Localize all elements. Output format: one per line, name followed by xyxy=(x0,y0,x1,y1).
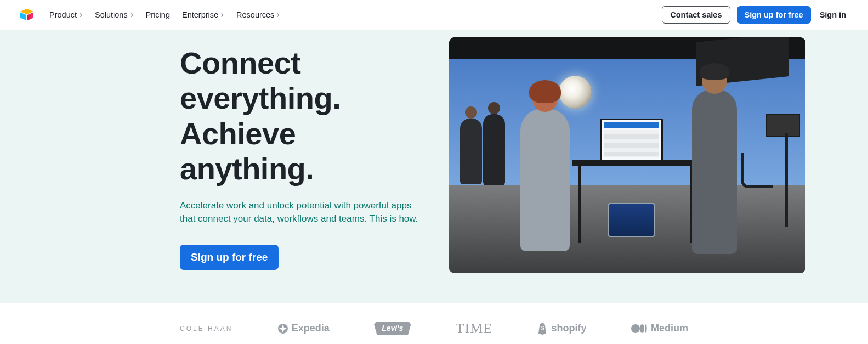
nav-item-label: Resources xyxy=(236,10,274,19)
brand-logo[interactable] xyxy=(20,9,34,21)
hero-image-person-left xyxy=(520,109,570,251)
brand-logo-time: TIME xyxy=(456,320,493,337)
customer-logos-strip: COLE HAAN Expedia Levi's TIME S shopify … xyxy=(0,303,868,337)
contact-sales-button[interactable]: Contact sales xyxy=(662,6,730,24)
chevron-right-icon xyxy=(220,13,224,17)
nav-item-resources[interactable]: Resources xyxy=(236,10,280,19)
hero-image-desk xyxy=(572,160,699,166)
nav-item-product[interactable]: Product xyxy=(49,10,83,19)
nav-item-pricing[interactable]: Pricing xyxy=(146,10,170,19)
svg-point-6 xyxy=(631,324,640,333)
hero-image-bike xyxy=(741,153,773,188)
signup-button-nav[interactable]: Sign up for free xyxy=(737,6,811,24)
hero-image-tv xyxy=(766,114,800,137)
expedia-icon xyxy=(277,323,288,334)
top-nav: Product Solutions Pricing Enterprise Res… xyxy=(0,0,868,30)
hero-image-tripod xyxy=(785,133,788,227)
brand-logo-shopify: S shopify xyxy=(537,323,587,335)
hero-title-line2: Achieve anything. xyxy=(180,116,314,186)
hero-image-spotlight xyxy=(559,76,592,109)
brand-logo-colehaan: COLE HAAN xyxy=(180,325,232,332)
brand-logo-label: Levi's xyxy=(374,322,411,335)
brand-logo-label: Medium xyxy=(651,323,688,334)
brand-logo-levis: Levi's xyxy=(374,322,411,335)
hero-image-person-bg-2 xyxy=(483,114,505,185)
nav-links: Product Solutions Pricing Enterprise Res… xyxy=(49,10,280,19)
nav-item-enterprise[interactable]: Enterprise xyxy=(182,10,224,19)
chevron-right-icon xyxy=(130,13,134,17)
nav-item-label: Pricing xyxy=(146,10,170,19)
hero-title: Connect everything. Achieve anything. xyxy=(180,46,438,187)
hero-image-desk-leg xyxy=(578,166,581,243)
chevron-right-icon xyxy=(79,13,83,17)
hero-title-line1: Connect everything. xyxy=(180,46,341,115)
hero-image xyxy=(449,37,805,273)
nav-right: Contact sales Sign up for free Sign in xyxy=(662,6,848,24)
svg-marker-3 xyxy=(27,15,30,20)
brand-logo-medium: Medium xyxy=(631,323,688,334)
hero-section: Connect everything. Achieve anything. Ac… xyxy=(0,30,868,303)
signup-button-hero[interactable]: Sign up for free xyxy=(180,245,279,270)
nav-item-label: Enterprise xyxy=(182,10,218,19)
svg-point-7 xyxy=(640,324,644,333)
brand-logo-label: Expedia xyxy=(292,323,330,334)
svg-text:S: S xyxy=(541,325,544,331)
hero-image-equipment-case xyxy=(608,203,655,237)
medium-icon xyxy=(631,324,648,334)
hero-image-person-bg-1 xyxy=(460,119,482,184)
sign-in-link[interactable]: Sign in xyxy=(818,10,848,19)
shopify-bag-icon: S xyxy=(537,323,548,335)
nav-item-label: Solutions xyxy=(95,10,128,19)
airtable-logo-icon xyxy=(20,9,34,21)
hero-subtitle: Accelerate work and unlock potential wit… xyxy=(180,199,421,226)
hero-image-person-right xyxy=(692,89,737,254)
brand-logo-label: shopify xyxy=(552,323,587,334)
hero-text: Connect everything. Achieve anything. Ac… xyxy=(180,46,438,270)
nav-item-label: Product xyxy=(49,10,77,19)
brand-logo-expedia: Expedia xyxy=(277,323,330,334)
nav-item-solutions[interactable]: Solutions xyxy=(95,10,134,19)
chevron-right-icon xyxy=(276,13,280,17)
hero-image-monitor xyxy=(600,119,663,161)
svg-point-8 xyxy=(645,324,646,333)
